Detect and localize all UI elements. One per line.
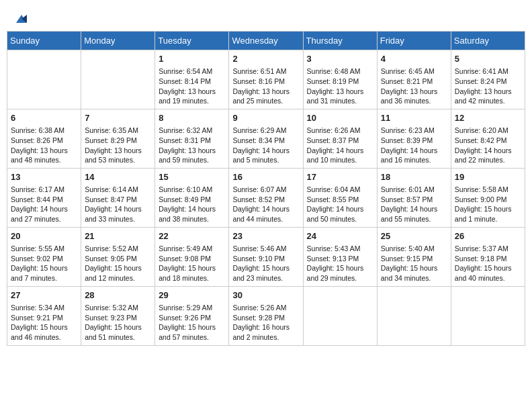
logo (13, 12, 28, 26)
day-info-text: Sunrise: 6:35 AM (85, 126, 151, 136)
calendar-cell: 10Sunrise: 6:26 AMSunset: 8:37 PMDayligh… (303, 109, 377, 168)
day-number: 25 (381, 230, 447, 242)
day-info-text: Sunrise: 6:10 AM (159, 185, 225, 195)
day-info-text: Daylight: 14 hours and 38 minutes. (159, 204, 225, 224)
calendar-cell: 19Sunrise: 5:58 AMSunset: 9:00 PMDayligh… (451, 168, 525, 227)
calendar-week-1: 1Sunrise: 6:54 AMSunset: 8:14 PMDaylight… (7, 50, 525, 109)
calendar-cell: 28Sunrise: 5:32 AMSunset: 9:23 PMDayligh… (81, 286, 155, 345)
day-info-text: Sunrise: 5:29 AM (159, 303, 225, 313)
calendar-cell: 23Sunrise: 5:46 AMSunset: 9:10 PMDayligh… (229, 227, 303, 286)
day-info-text: Sunset: 9:08 PM (159, 254, 225, 264)
calendar-cell: 9Sunrise: 6:29 AMSunset: 8:34 PMDaylight… (229, 109, 303, 168)
day-info-text: Daylight: 15 hours and 51 minutes. (85, 322, 151, 342)
calendar-cell: 3Sunrise: 6:48 AMSunset: 8:19 PMDaylight… (303, 50, 377, 109)
day-info-text: Sunset: 8:37 PM (307, 136, 373, 146)
calendar-cell: 11Sunrise: 6:23 AMSunset: 8:39 PMDayligh… (377, 109, 451, 168)
day-number: 19 (455, 171, 521, 183)
logo-icon (15, 12, 28, 26)
day-info-text: Daylight: 14 hours and 5 minutes. (232, 146, 299, 165)
calendar-cell: 30Sunrise: 5:26 AMSunset: 9:28 PMDayligh… (229, 286, 303, 345)
day-info-text: Sunrise: 5:49 AM (159, 244, 225, 254)
day-info-text: Sunrise: 6:51 AM (232, 66, 299, 77)
day-info-text: Daylight: 14 hours and 16 minutes. (381, 146, 447, 165)
calendar-cell: 24Sunrise: 5:43 AMSunset: 9:13 PMDayligh… (303, 227, 377, 286)
day-info-text: Sunrise: 5:32 AM (85, 303, 151, 313)
calendar-cell: 14Sunrise: 6:14 AMSunset: 8:47 PMDayligh… (81, 168, 155, 227)
day-info-text: Sunset: 9:15 PM (381, 254, 447, 264)
day-info-text: Sunrise: 5:58 AM (455, 185, 521, 195)
day-info-text: Sunrise: 6:04 AM (307, 185, 373, 195)
day-info-text: Daylight: 13 hours and 48 minutes. (11, 146, 77, 165)
day-info-text: Sunset: 8:39 PM (381, 136, 447, 146)
day-info-text: Sunrise: 5:55 AM (11, 244, 77, 254)
calendar-table: SundayMondayTuesdayWednesdayThursdayFrid… (7, 31, 525, 346)
day-info-text: Sunset: 9:00 PM (455, 195, 521, 205)
day-of-week-thursday: Thursday (303, 32, 377, 50)
calendar-cell: 17Sunrise: 6:04 AMSunset: 8:55 PMDayligh… (303, 168, 377, 227)
calendar-cell: 2Sunrise: 6:51 AMSunset: 8:16 PMDaylight… (229, 50, 303, 109)
day-info-text: Sunrise: 6:01 AM (381, 185, 447, 195)
calendar-week-3: 13Sunrise: 6:17 AMSunset: 8:44 PMDayligh… (7, 168, 525, 227)
day-number: 22 (159, 230, 225, 242)
day-info-text: Daylight: 13 hours and 53 minutes. (85, 146, 151, 165)
day-of-week-tuesday: Tuesday (155, 32, 229, 50)
day-info-text: Sunset: 8:29 PM (85, 136, 151, 146)
day-info-text: Daylight: 13 hours and 42 minutes. (455, 87, 521, 106)
day-number: 1 (159, 53, 225, 65)
day-info-text: Daylight: 15 hours and 12 minutes. (85, 263, 151, 283)
calendar-cell (81, 50, 155, 109)
day-info-text: Daylight: 15 hours and 23 minutes. (232, 263, 299, 283)
day-info-text: Sunrise: 6:48 AM (307, 66, 373, 77)
day-number: 20 (11, 230, 77, 242)
calendar-cell: 7Sunrise: 6:35 AMSunset: 8:29 PMDaylight… (81, 109, 155, 168)
day-info-text: Daylight: 13 hours and 19 minutes. (159, 87, 225, 106)
day-number: 16 (232, 171, 299, 183)
day-number: 28 (85, 289, 151, 302)
day-info-text: Daylight: 13 hours and 31 minutes. (307, 87, 373, 106)
day-number: 8 (159, 112, 225, 124)
calendar-cell: 16Sunrise: 6:07 AMSunset: 8:52 PMDayligh… (229, 168, 303, 227)
day-number: 6 (11, 112, 77, 124)
calendar-cell: 8Sunrise: 6:32 AMSunset: 8:31 PMDaylight… (155, 109, 229, 168)
day-number: 7 (85, 112, 151, 124)
day-info-text: Daylight: 15 hours and 1 minute. (455, 204, 521, 224)
day-number: 30 (232, 289, 299, 302)
day-number: 9 (232, 112, 299, 124)
day-info-text: Daylight: 15 hours and 57 minutes. (159, 322, 225, 342)
calendar-cell: 22Sunrise: 5:49 AMSunset: 9:08 PMDayligh… (155, 227, 229, 286)
day-info-text: Sunset: 9:10 PM (232, 254, 299, 264)
day-number: 10 (307, 112, 373, 124)
day-info-text: Sunset: 8:34 PM (232, 136, 299, 146)
day-number: 18 (381, 171, 447, 183)
calendar-cell (7, 50, 81, 109)
calendar-cell (451, 286, 525, 345)
day-info-text: Daylight: 15 hours and 40 minutes. (455, 263, 521, 283)
day-info-text: Sunrise: 5:40 AM (381, 244, 447, 254)
day-of-week-friday: Friday (377, 32, 451, 50)
day-info-text: Sunset: 9:28 PM (232, 313, 299, 323)
calendar-cell: 20Sunrise: 5:55 AMSunset: 9:02 PMDayligh… (7, 227, 81, 286)
day-info-text: Daylight: 16 hours and 2 minutes. (232, 322, 299, 342)
calendar-cell: 18Sunrise: 6:01 AMSunset: 8:57 PMDayligh… (377, 168, 451, 227)
calendar-cell: 1Sunrise: 6:54 AMSunset: 8:14 PMDaylight… (155, 50, 229, 109)
day-info-text: Daylight: 13 hours and 59 minutes. (159, 146, 225, 165)
day-of-week-saturday: Saturday (451, 32, 525, 50)
day-info-text: Daylight: 15 hours and 7 minutes. (11, 263, 77, 283)
day-number: 24 (307, 230, 373, 242)
day-info-text: Sunset: 8:47 PM (85, 195, 151, 205)
day-info-text: Daylight: 13 hours and 25 minutes. (232, 87, 299, 106)
calendar-cell: 15Sunrise: 6:10 AMSunset: 8:49 PMDayligh… (155, 168, 229, 227)
day-number: 12 (455, 112, 521, 124)
day-info-text: Sunrise: 6:14 AM (85, 185, 151, 195)
day-info-text: Sunset: 9:18 PM (455, 254, 521, 264)
day-info-text: Sunset: 8:24 PM (455, 77, 521, 87)
day-info-text: Sunrise: 5:34 AM (11, 303, 77, 313)
calendar-cell: 26Sunrise: 5:37 AMSunset: 9:18 PMDayligh… (451, 227, 525, 286)
day-info-text: Daylight: 14 hours and 55 minutes. (381, 204, 447, 224)
day-info-text: Daylight: 14 hours and 33 minutes. (85, 204, 151, 224)
day-info-text: Sunrise: 5:37 AM (455, 244, 521, 254)
calendar-cell: 29Sunrise: 5:29 AMSunset: 9:26 PMDayligh… (155, 286, 229, 345)
day-info-text: Sunrise: 5:52 AM (85, 244, 151, 254)
day-info-text: Sunset: 8:49 PM (159, 195, 225, 205)
day-info-text: Sunrise: 6:38 AM (11, 126, 77, 136)
